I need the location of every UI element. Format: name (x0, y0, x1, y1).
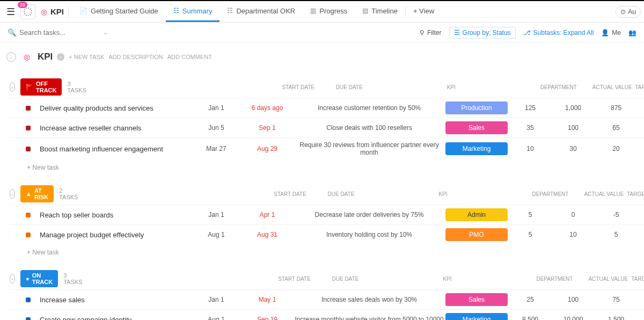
due-date-cell[interactable]: May 1 (240, 296, 294, 303)
status-square[interactable] (26, 297, 31, 302)
department-tag[interactable]: Sales (445, 293, 508, 306)
task-title[interactable]: Deliver quality products and services (38, 104, 192, 112)
actual-value-cell[interactable]: 8,500 (509, 316, 552, 320)
tab-departmental-okr[interactable]: ☷Departmental OKR (219, 1, 303, 22)
add-view-button[interactable]: + View (406, 1, 442, 22)
department-tag[interactable]: Sales (445, 121, 508, 134)
tab-getting-started[interactable]: 📄Getting Started Guide (72, 1, 166, 22)
column-header[interactable]: DEPARTMENT (518, 190, 582, 198)
target-value-cell[interactable]: 100 (552, 124, 595, 132)
task-row[interactable]: Create new campaign identity Aug 1 Sep 1… (10, 309, 644, 320)
column-header[interactable]: ACTUAL VALUE (587, 275, 630, 283)
start-date-cell[interactable]: Jan 1 (192, 104, 240, 112)
kpi-cell[interactable]: Decrease late order deliveries by 75% (294, 211, 444, 219)
search-wrap[interactable]: 🔍 ⌄ (8, 28, 108, 37)
status-square[interactable] (26, 232, 31, 237)
task-title[interactable]: Manage project budget effectively (38, 231, 192, 239)
group-by-button[interactable]: ☰Group by: Status (449, 27, 516, 39)
column-header[interactable]: DEPARTMENT (526, 83, 591, 91)
status-square[interactable] (26, 106, 31, 111)
start-date-cell[interactable]: Jun 5 (192, 124, 240, 132)
task-title[interactable]: Increase sales (38, 296, 192, 304)
due-date-cell[interactable]: Aug 29 (240, 145, 294, 152)
difference-cell[interactable]: 5 (595, 231, 638, 238)
column-header[interactable]: DUE DATE (318, 275, 372, 283)
task-row[interactable]: Boost marketing influencer engagement Ma… (10, 137, 644, 159)
department-tag[interactable]: Production (445, 101, 508, 114)
task-title[interactable]: Boost marketing influencer engagement (38, 145, 192, 153)
difference-cell[interactable]: 75 (595, 296, 638, 303)
filter-button[interactable]: ⚲Filter (420, 29, 442, 37)
actual-value-cell[interactable]: 125 (509, 104, 552, 112)
status-pill[interactable]: ● ON TRACK (20, 270, 58, 287)
start-date-cell[interactable]: Aug 1 (192, 231, 240, 238)
target-value-cell[interactable]: 1,000 (552, 104, 595, 112)
column-header[interactable]: TARGET VALUE (634, 83, 644, 91)
column-header[interactable]: START DATE (266, 190, 314, 198)
start-date-cell[interactable]: Aug 1 (192, 316, 240, 320)
column-header[interactable]: START DATE (270, 275, 318, 283)
column-header[interactable]: TARGET VALUE (630, 275, 644, 283)
actual-value-cell[interactable]: 10 (509, 145, 552, 152)
kpi-cell[interactable]: Increase monthly website visitor from 50… (294, 316, 444, 320)
kpi-cell[interactable]: Increase sales deals won by 30% (294, 296, 444, 303)
add-comment-button[interactable]: ADD COMMENT (167, 54, 212, 60)
collapse-all-button[interactable]: ⌄ (6, 52, 16, 62)
due-date-cell[interactable]: Aug 31 (240, 231, 294, 238)
start-date-cell[interactable]: Jan 1 (192, 211, 240, 219)
column-header[interactable]: START DATE (274, 83, 323, 91)
task-row[interactable]: Increase active reseller channels Jun 5 … (10, 118, 644, 137)
target-value-cell[interactable]: 10 (552, 231, 595, 238)
task-row[interactable]: Increase sales Jan 1 May 1 Increase sale… (10, 289, 644, 309)
due-date-cell[interactable]: Sep 19 (240, 316, 294, 320)
column-header[interactable]: DUE DATE (314, 190, 368, 198)
kpi-cell[interactable]: Require 30 reviews from influencer partn… (294, 141, 444, 156)
status-square[interactable] (26, 213, 31, 217)
column-header[interactable]: ACTUAL VALUE (582, 190, 625, 198)
task-row[interactable]: Reach top seller boards Jan 1 Apr 1 Decr… (10, 205, 644, 224)
task-title[interactable]: Create new campaign identity (38, 316, 192, 321)
assignees-button[interactable]: 👥 (628, 29, 636, 37)
group-collapse-button[interactable]: ⌄ (10, 82, 15, 92)
kpi-cell[interactable]: Increase customer retention by 50% (294, 104, 444, 112)
column-header[interactable]: DEPARTMENT (522, 275, 587, 283)
difference-cell[interactable]: 1,500 (595, 316, 638, 320)
task-row[interactable]: Manage project budget effectively Aug 1 … (10, 224, 644, 244)
difference-cell[interactable]: -5 (595, 211, 638, 219)
search-input[interactable] (19, 28, 84, 37)
difference-cell[interactable]: 20 (595, 145, 638, 152)
actual-value-cell[interactable]: 5 (509, 211, 552, 219)
column-header[interactable]: KPI (368, 190, 518, 198)
difference-cell[interactable]: 65 (595, 124, 638, 132)
new-task-link[interactable]: + New task (0, 244, 644, 259)
target-value-cell[interactable]: 30 (552, 145, 595, 152)
column-header[interactable]: TARGET VALUE (625, 190, 644, 198)
start-date-cell[interactable]: Mar 27 (192, 145, 240, 152)
tab-summary[interactable]: ☷Summary (166, 1, 220, 22)
status-square[interactable] (26, 147, 31, 151)
task-title[interactable]: Reach top seller boards (38, 211, 192, 219)
due-date-cell[interactable]: Sep 1 (240, 124, 294, 132)
department-tag[interactable]: Marketing (445, 313, 508, 320)
add-description-button[interactable]: ADD DESCRIPTION (108, 54, 163, 60)
department-tag[interactable]: PMO (445, 228, 508, 241)
column-header[interactable]: KPI (372, 275, 522, 283)
status-square[interactable] (26, 126, 31, 130)
tab-timeline[interactable]: ▤Timeline (355, 1, 405, 22)
actual-value-cell[interactable]: 35 (509, 124, 552, 132)
target-value-cell[interactable]: 10,000 (552, 316, 595, 320)
status-pill[interactable]: ▲ AT RISK (20, 185, 54, 202)
due-date-cell[interactable]: 6 days ago (240, 104, 294, 112)
group-collapse-button[interactable]: ⌄ (10, 274, 15, 283)
loading-indicator[interactable] (20, 4, 35, 19)
chevron-down-icon[interactable]: ⌄ (103, 29, 108, 36)
kpi-cell[interactable]: Inventory holding cost by 10% (294, 231, 444, 238)
column-header[interactable]: KPI (376, 83, 526, 91)
start-date-cell[interactable]: Jan 1 (192, 296, 240, 303)
tab-progress[interactable]: ▥Progress (303, 1, 355, 22)
group-collapse-button[interactable]: ⌄ (10, 189, 15, 199)
actual-value-cell[interactable]: 25 (509, 296, 552, 303)
column-header[interactable]: DUE DATE (323, 83, 376, 91)
department-tag[interactable]: Marketing (445, 142, 508, 155)
target-value-cell[interactable]: 100 (552, 296, 595, 303)
